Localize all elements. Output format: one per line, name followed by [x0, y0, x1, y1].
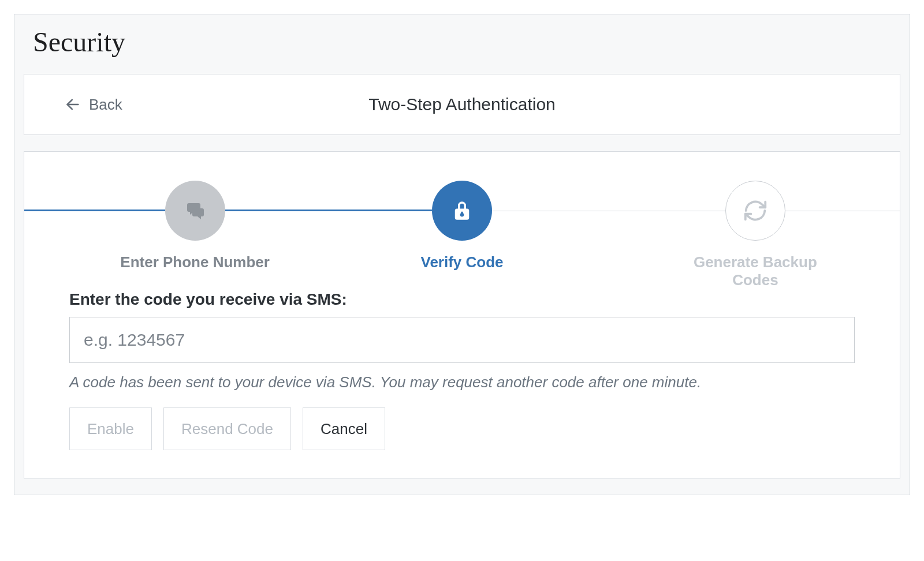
stepper-line [785, 211, 900, 211]
stepper-line [492, 211, 725, 211]
button-row: Enable Resend Code Cancel [69, 407, 855, 450]
lock-icon [432, 181, 492, 241]
stepper-line [225, 210, 432, 211]
content-card: Enter Phone Number Verify Code [24, 151, 900, 478]
stepper-line [24, 210, 165, 211]
step-enter-phone: Enter Phone Number [109, 181, 282, 271]
step-backup-codes: Generate Backup Codes [669, 181, 842, 289]
arrow-left-icon [65, 96, 81, 113]
refresh-icon [725, 181, 785, 241]
cancel-button[interactable]: Cancel [303, 407, 385, 450]
back-label: Back [89, 96, 122, 114]
code-label: Enter the code you receive via SMS: [69, 290, 855, 309]
help-text: A code has been sent to your device via … [69, 373, 855, 391]
progress-stepper: Enter Phone Number Verify Code [24, 152, 900, 285]
step-verify-code: Verify Code [375, 181, 549, 271]
step-label: Verify Code [375, 253, 549, 271]
chat-icon [165, 181, 225, 241]
step-label: Enter Phone Number [109, 253, 282, 271]
verify-form: Enter the code you receive via SMS: A co… [24, 290, 900, 450]
security-panel: Security Back Two-Step Authentication [14, 14, 910, 495]
code-input[interactable] [69, 317, 855, 363]
resend-code-button[interactable]: Resend Code [163, 407, 291, 450]
page-title: Security [14, 14, 910, 74]
enable-button[interactable]: Enable [69, 407, 152, 450]
step-label: Generate Backup Codes [669, 253, 842, 289]
section-header: Back Two-Step Authentication [24, 74, 900, 135]
back-button[interactable]: Back [65, 74, 122, 134]
section-title: Two-Step Authentication [368, 95, 556, 114]
